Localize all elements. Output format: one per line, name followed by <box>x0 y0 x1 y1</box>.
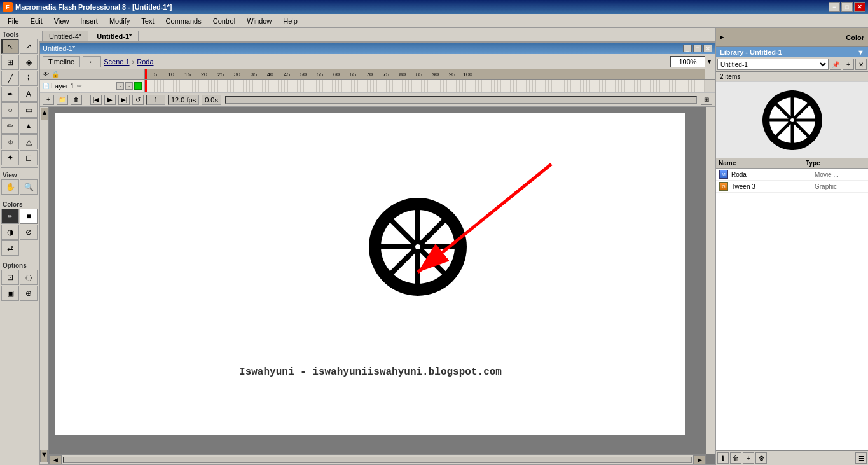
scroll-up-btn[interactable]: ▲ <box>41 108 48 120</box>
layer-outline-toggle[interactable] <box>134 82 142 90</box>
prev-frame-btn[interactable]: |◀ <box>90 95 102 105</box>
timeline-scrollbar-r2[interactable] <box>705 80 715 92</box>
scroll-track-h[interactable] <box>63 457 692 463</box>
timeline-button[interactable]: Timeline <box>43 56 80 67</box>
scroll-right-btn[interactable]: ▶ <box>693 455 706 464</box>
add-layer-btn[interactable]: + <box>43 95 54 105</box>
options-grid: ⊡ ◌ ▣ ⊕ <box>1 270 38 301</box>
menu-edit[interactable]: Edit <box>25 16 48 26</box>
lib-view-btn[interactable]: ☰ <box>855 452 867 464</box>
menu-insert[interactable]: Insert <box>75 16 103 26</box>
menu-window[interactable]: Window <box>242 16 277 26</box>
doc-close-btn[interactable]: ✕ <box>703 45 712 52</box>
menu-modify[interactable]: Modify <box>104 16 135 26</box>
hand-tool[interactable]: ✋ <box>1 179 19 195</box>
library-item-roda[interactable]: M Roda Movie ... <box>716 169 868 181</box>
document-window: Untitled-1* _ □ ✕ Timeline ← Scene 1 › R… <box>39 42 715 465</box>
library-header: Library - Untitled-1 ▼ <box>716 47 868 57</box>
play-btn[interactable]: ▶ <box>104 95 116 105</box>
menu-file[interactable]: File <box>3 16 24 26</box>
tools-grid: ↖ ↗ ⊞ ◈ ╱ ⌇ ✒ A ○ ▭ ✏ ▲ ⌽ △ ✦ ◻ <box>1 39 38 165</box>
menu-commands[interactable]: Commands <box>160 16 206 26</box>
brush-tool[interactable]: ▲ <box>20 118 38 134</box>
minimize-button[interactable]: − <box>829 2 840 12</box>
oval-tool[interactable]: ○ <box>1 102 19 118</box>
stroke-color-btn[interactable]: ✏ <box>1 209 19 224</box>
doc-minimize-btn[interactable]: _ <box>683 45 692 52</box>
lib-delete-btn[interactable]: ✕ <box>855 59 867 70</box>
scroll-left-btn[interactable]: ◀ <box>49 455 62 464</box>
subselect-tool[interactable]: ↗ <box>20 39 38 54</box>
breadcrumb-scene[interactable]: Scene 1 <box>104 58 129 66</box>
back-button[interactable]: ← <box>83 56 101 67</box>
pen-tool[interactable]: ✒ <box>1 87 19 102</box>
canvas-scrollbar-right[interactable] <box>706 107 715 454</box>
loop-btn[interactable]: ↺ <box>132 95 144 105</box>
layer-lock-toggle[interactable]: · <box>125 82 133 90</box>
option1-btn[interactable]: ⊡ <box>1 270 19 285</box>
line-tool[interactable]: ╱ <box>1 71 19 86</box>
fill-color-btn[interactable]: ■ <box>20 209 38 224</box>
zoom-tool[interactable]: 🔍 <box>20 179 38 195</box>
ink-bottle-tool[interactable]: ⌽ <box>1 134 19 149</box>
add-folder-btn[interactable]: 📁 <box>57 95 68 105</box>
timeline-frames <box>145 80 705 92</box>
eyedropper-tool[interactable]: ✦ <box>1 150 19 165</box>
layer-eye-toggle[interactable]: · <box>116 82 124 90</box>
layer-eye-icon: 👁 <box>43 71 49 78</box>
lib-info-btn[interactable]: ℹ <box>717 452 729 464</box>
onion-skin-btn[interactable]: ⊞ <box>701 95 712 105</box>
breadcrumb-symbol[interactable]: Roda <box>137 58 153 66</box>
lib-new-item-btn[interactable]: + <box>743 452 754 464</box>
lasso-tool[interactable]: ⌇ <box>20 71 38 86</box>
free-transform-tool[interactable]: ⊞ <box>1 55 19 70</box>
menu-help[interactable]: Help <box>278 16 303 26</box>
eraser-tool[interactable]: ◻ <box>20 150 38 165</box>
zoom-dropdown-btn[interactable]: ▼ <box>706 59 712 65</box>
doc-maximize-btn[interactable]: □ <box>693 45 702 52</box>
zoom-input[interactable] <box>670 56 705 67</box>
library-dropdown[interactable]: Untitled-1 <box>717 59 829 70</box>
swap-colors-btn[interactable]: ⇄ <box>1 240 19 256</box>
delete-layer-btn[interactable]: 🗑 <box>71 95 82 105</box>
paint-bucket-tool[interactable]: △ <box>20 134 38 149</box>
layer-grid-icon: □ <box>62 71 65 78</box>
pencil-tool[interactable]: ✏ <box>1 118 19 134</box>
menu-view[interactable]: View <box>49 16 74 26</box>
lib-trash-btn[interactable]: 🗑 <box>730 452 741 464</box>
text-tool[interactable]: A <box>20 87 38 102</box>
library-item-tween3[interactable]: G Tween 3 Graphic <box>716 181 868 193</box>
lib-props-btn[interactable]: ⚙ <box>755 452 767 464</box>
library-footer: ℹ 🗑 + ⚙ ☰ <box>716 450 868 465</box>
menu-text[interactable]: Text <box>136 16 159 26</box>
frame-50: 50 <box>300 71 307 78</box>
wheel-svg <box>367 196 469 298</box>
lib-item-roda-name: Roda <box>731 171 815 178</box>
black-white-btn[interactable]: ◑ <box>1 225 19 240</box>
scroll-down-btn[interactable]: ▼ <box>40 450 48 462</box>
maximize-button[interactable]: □ <box>841 2 853 12</box>
layer1-name: Layer 1 <box>51 82 74 90</box>
panel-triangle-color: ▶ <box>720 34 724 40</box>
timeline-scrollbar-right[interactable] <box>705 69 715 79</box>
lib-pin-btn[interactable]: 📌 <box>830 59 841 70</box>
close-button[interactable]: ✕ <box>854 2 865 12</box>
rectangle-tool[interactable]: ▭ <box>20 102 38 118</box>
menu-control[interactable]: Control <box>208 16 240 26</box>
canvas-scrollbar-bottom[interactable]: ◀ ▶ <box>49 454 706 464</box>
frame-55: 55 <box>317 71 323 78</box>
next-frame-btn[interactable]: ▶| <box>118 95 130 105</box>
tab-untitled1[interactable]: Untitled-1* <box>90 31 139 41</box>
no-color-btn[interactable]: ⊘ <box>20 225 38 240</box>
option2-btn[interactable]: ◌ <box>20 270 38 285</box>
option3-btn[interactable]: ▣ <box>1 286 19 301</box>
timeline-scrollbar-h[interactable] <box>225 96 697 104</box>
arrow-tool[interactable]: ↖ <box>1 39 19 54</box>
gradient-tool[interactable]: ◈ <box>20 55 38 70</box>
canvas-scrollbar-left[interactable]: ▲ ▼ <box>40 107 49 464</box>
option4-btn[interactable]: ⊕ <box>20 286 38 301</box>
doc-titlebar: Untitled-1* _ □ ✕ <box>40 43 715 54</box>
tab-untitled4[interactable]: Untitled-4* <box>42 31 88 41</box>
lib-new-btn[interactable]: + <box>843 59 854 70</box>
app-title: Macromedia Flash Professional 8 - [Untit… <box>15 3 172 11</box>
